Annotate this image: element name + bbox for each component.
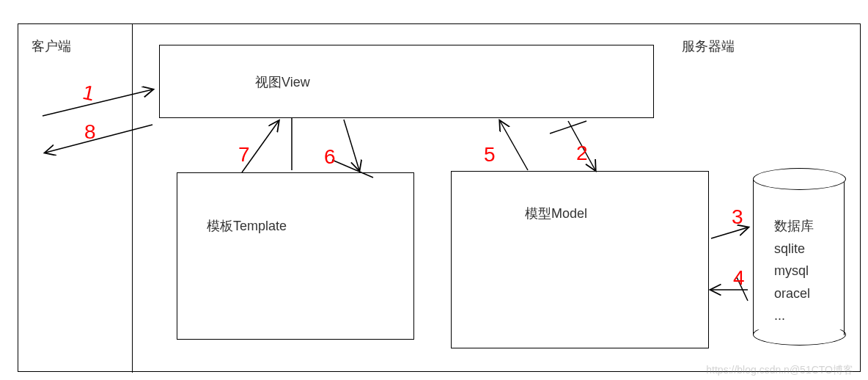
model-label: 模型Model xyxy=(525,205,587,222)
db-text: 数据库 sqlite mysql oracel ... xyxy=(774,215,814,327)
annotation-8: 8 xyxy=(84,120,96,144)
watermark: https://blog.csdn.n@51CTO博客 xyxy=(706,364,853,377)
view-label: 视图View xyxy=(255,73,310,91)
db-line5: ... xyxy=(774,304,814,327)
view-box: 视图View xyxy=(159,45,654,118)
db-line4: oracel xyxy=(774,282,814,305)
annotation-4: 4 xyxy=(733,266,745,290)
annotation-5: 5 xyxy=(484,143,496,167)
annotation-7: 7 xyxy=(238,143,250,167)
annotation-2: 2 xyxy=(576,142,588,165)
server-label: 服务器端 xyxy=(682,37,735,55)
db-line1: 数据库 xyxy=(774,215,814,238)
database-cylinder: 数据库 sqlite mysql oracel ... xyxy=(753,178,845,335)
annotation-3: 3 xyxy=(732,205,743,229)
client-label: 客户端 xyxy=(32,37,71,55)
annotation-6: 6 xyxy=(324,145,336,169)
model-box: 模型Model xyxy=(451,171,709,348)
db-line3: mysql xyxy=(774,260,814,282)
template-box: 模板Template xyxy=(177,172,414,340)
template-label: 模板Template xyxy=(207,217,287,235)
db-line2: sqlite xyxy=(774,238,814,260)
client-server-divider xyxy=(132,24,133,373)
diagram-container: 客户端 服务器端 视图View 模板Template 模型Model 数据库 s… xyxy=(18,23,861,372)
